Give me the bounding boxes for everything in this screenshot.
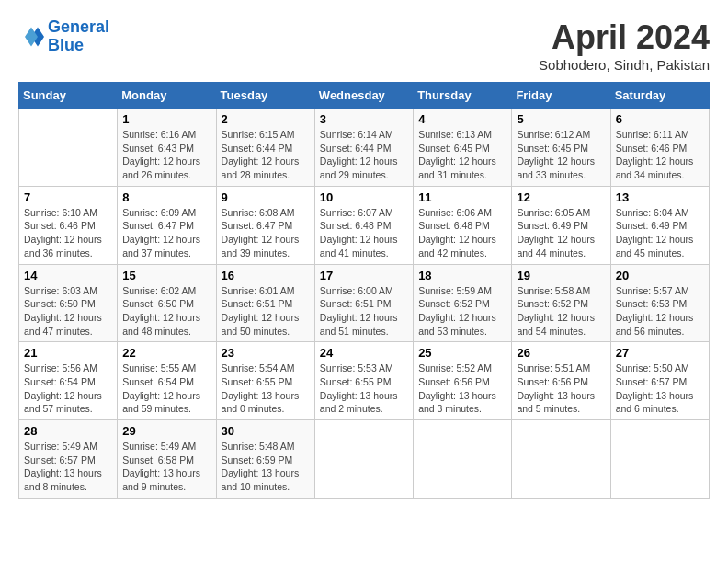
calendar-cell: 5Sunrise: 6:12 AM Sunset: 6:45 PM Daylig…: [512, 109, 610, 187]
day-info: Sunrise: 5:49 AM Sunset: 6:57 PM Dayligh…: [24, 440, 112, 494]
day-number: 24: [320, 346, 408, 360]
day-number: 1: [122, 112, 210, 126]
weekday-header-saturday: Saturday: [610, 83, 709, 109]
day-number: 7: [24, 190, 112, 204]
calendar-cell: 10Sunrise: 6:07 AM Sunset: 6:48 PM Dayli…: [314, 186, 413, 264]
weekday-header-friday: Friday: [512, 83, 610, 109]
weekday-header-monday: Monday: [118, 83, 216, 109]
day-number: 5: [517, 112, 605, 126]
day-info: Sunrise: 6:11 AM Sunset: 6:46 PM Dayligh…: [616, 128, 704, 182]
day-number: 19: [517, 269, 605, 282]
calendar-cell: [512, 420, 610, 499]
title-block: April 2024 Sobhodero, Sindh, Pakistan: [539, 18, 710, 73]
calendar-cell: 7Sunrise: 6:10 AM Sunset: 6:46 PM Daylig…: [19, 186, 118, 264]
day-info: Sunrise: 6:01 AM Sunset: 6:51 PM Dayligh…: [222, 284, 310, 339]
day-info: Sunrise: 5:55 AM Sunset: 6:54 PM Dayligh…: [122, 362, 210, 416]
month-title: April 2024: [539, 18, 710, 57]
calendar-cell: 22Sunrise: 5:55 AM Sunset: 6:54 PM Dayli…: [118, 342, 216, 420]
calendar-table: SundayMondayTuesdayWednesdayThursdayFrid…: [18, 82, 710, 499]
calendar-cell: 4Sunrise: 6:13 AM Sunset: 6:45 PM Daylig…: [414, 109, 512, 187]
day-info: Sunrise: 5:49 AM Sunset: 6:58 PM Dayligh…: [122, 440, 210, 494]
logo-icon: [18, 24, 44, 50]
calendar-cell: 23Sunrise: 5:54 AM Sunset: 6:55 PM Dayli…: [216, 342, 314, 420]
day-number: 28: [24, 424, 112, 438]
day-info: Sunrise: 6:13 AM Sunset: 6:45 PM Dayligh…: [418, 128, 506, 182]
day-number: 11: [418, 190, 506, 204]
calendar-cell: 29Sunrise: 5:49 AM Sunset: 6:58 PM Dayli…: [118, 420, 216, 499]
day-number: 4: [418, 112, 506, 126]
day-number: 3: [320, 112, 408, 126]
day-number: 25: [418, 346, 506, 360]
calendar-cell: 9Sunrise: 6:08 AM Sunset: 6:47 PM Daylig…: [216, 186, 314, 264]
day-info: Sunrise: 6:07 AM Sunset: 6:48 PM Dayligh…: [320, 206, 408, 260]
calendar-cell: 1Sunrise: 6:16 AM Sunset: 6:43 PM Daylig…: [118, 109, 216, 187]
day-info: Sunrise: 6:03 AM Sunset: 6:50 PM Dayligh…: [24, 284, 112, 339]
calendar-cell: 15Sunrise: 6:02 AM Sunset: 6:50 PM Dayli…: [118, 264, 216, 342]
day-info: Sunrise: 5:58 AM Sunset: 6:52 PM Dayligh…: [517, 284, 605, 339]
day-info: Sunrise: 5:53 AM Sunset: 6:55 PM Dayligh…: [320, 362, 408, 416]
day-number: 2: [222, 112, 310, 126]
day-info: Sunrise: 6:08 AM Sunset: 6:47 PM Dayligh…: [222, 206, 310, 260]
day-info: Sunrise: 5:48 AM Sunset: 6:59 PM Dayligh…: [222, 440, 310, 494]
day-number: 14: [24, 269, 112, 282]
calendar-cell: 12Sunrise: 6:05 AM Sunset: 6:49 PM Dayli…: [512, 186, 610, 264]
calendar-cell: [314, 420, 413, 499]
day-info: Sunrise: 5:56 AM Sunset: 6:54 PM Dayligh…: [24, 362, 112, 416]
logo-line2: Blue: [48, 36, 84, 54]
weekday-header-wednesday: Wednesday: [314, 83, 413, 109]
day-info: Sunrise: 6:15 AM Sunset: 6:44 PM Dayligh…: [222, 128, 310, 182]
weekday-header-thursday: Thursday: [414, 83, 512, 109]
calendar-cell: 6Sunrise: 6:11 AM Sunset: 6:46 PM Daylig…: [610, 109, 709, 187]
day-info: Sunrise: 6:06 AM Sunset: 6:48 PM Dayligh…: [418, 206, 506, 260]
day-info: Sunrise: 6:05 AM Sunset: 6:49 PM Dayligh…: [517, 206, 605, 260]
calendar-week-3: 14Sunrise: 6:03 AM Sunset: 6:50 PM Dayli…: [19, 264, 710, 342]
day-number: 16: [222, 269, 310, 282]
day-info: Sunrise: 5:54 AM Sunset: 6:55 PM Dayligh…: [222, 362, 310, 416]
day-number: 27: [616, 346, 704, 360]
day-number: 20: [616, 269, 704, 282]
calendar-cell: 16Sunrise: 6:01 AM Sunset: 6:51 PM Dayli…: [216, 264, 314, 342]
day-number: 13: [616, 190, 704, 204]
calendar-week-2: 7Sunrise: 6:10 AM Sunset: 6:46 PM Daylig…: [19, 186, 710, 264]
logo-line1: General: [48, 17, 109, 36]
day-info: Sunrise: 5:50 AM Sunset: 6:57 PM Dayligh…: [616, 362, 704, 416]
logo: General Blue: [18, 18, 109, 55]
day-number: 10: [320, 190, 408, 204]
day-number: 9: [222, 190, 310, 204]
weekday-header-tuesday: Tuesday: [216, 83, 314, 109]
calendar-cell: 18Sunrise: 5:59 AM Sunset: 6:52 PM Dayli…: [414, 264, 512, 342]
day-info: Sunrise: 6:16 AM Sunset: 6:43 PM Dayligh…: [122, 128, 210, 182]
weekday-header-row: SundayMondayTuesdayWednesdayThursdayFrid…: [19, 83, 710, 109]
calendar-cell: 28Sunrise: 5:49 AM Sunset: 6:57 PM Dayli…: [19, 420, 118, 499]
calendar-week-1: 1Sunrise: 6:16 AM Sunset: 6:43 PM Daylig…: [19, 109, 710, 187]
calendar-cell: 8Sunrise: 6:09 AM Sunset: 6:47 PM Daylig…: [118, 186, 216, 264]
calendar-cell: 3Sunrise: 6:14 AM Sunset: 6:44 PM Daylig…: [314, 109, 413, 187]
page-header: General Blue April 2024 Sobhodero, Sindh…: [18, 18, 710, 73]
day-number: 22: [122, 346, 210, 360]
calendar-cell: [414, 420, 512, 499]
day-info: Sunrise: 6:00 AM Sunset: 6:51 PM Dayligh…: [320, 284, 408, 339]
day-number: 12: [517, 190, 605, 204]
day-info: Sunrise: 6:14 AM Sunset: 6:44 PM Dayligh…: [320, 128, 408, 182]
calendar-week-5: 28Sunrise: 5:49 AM Sunset: 6:57 PM Dayli…: [19, 420, 710, 499]
day-info: Sunrise: 6:09 AM Sunset: 6:47 PM Dayligh…: [122, 206, 210, 260]
day-number: 15: [122, 269, 210, 282]
day-info: Sunrise: 5:52 AM Sunset: 6:56 PM Dayligh…: [418, 362, 506, 416]
day-number: 30: [222, 424, 310, 438]
day-number: 6: [616, 112, 704, 126]
day-info: Sunrise: 6:12 AM Sunset: 6:45 PM Dayligh…: [517, 128, 605, 182]
calendar-cell: [19, 109, 118, 187]
calendar-cell: 14Sunrise: 6:03 AM Sunset: 6:50 PM Dayli…: [19, 264, 118, 342]
day-info: Sunrise: 5:57 AM Sunset: 6:53 PM Dayligh…: [616, 284, 704, 339]
calendar-cell: 20Sunrise: 5:57 AM Sunset: 6:53 PM Dayli…: [610, 264, 709, 342]
day-number: 17: [320, 269, 408, 282]
day-info: Sunrise: 6:10 AM Sunset: 6:46 PM Dayligh…: [24, 206, 112, 260]
calendar-cell: 26Sunrise: 5:51 AM Sunset: 6:56 PM Dayli…: [512, 342, 610, 420]
calendar-cell: 17Sunrise: 6:00 AM Sunset: 6:51 PM Dayli…: [314, 264, 413, 342]
calendar-cell: 19Sunrise: 5:58 AM Sunset: 6:52 PM Dayli…: [512, 264, 610, 342]
logo-text: General Blue: [48, 18, 109, 55]
day-number: 8: [122, 190, 210, 204]
day-info: Sunrise: 6:02 AM Sunset: 6:50 PM Dayligh…: [122, 284, 210, 339]
calendar-cell: 11Sunrise: 6:06 AM Sunset: 6:48 PM Dayli…: [414, 186, 512, 264]
calendar-cell: 25Sunrise: 5:52 AM Sunset: 6:56 PM Dayli…: [414, 342, 512, 420]
